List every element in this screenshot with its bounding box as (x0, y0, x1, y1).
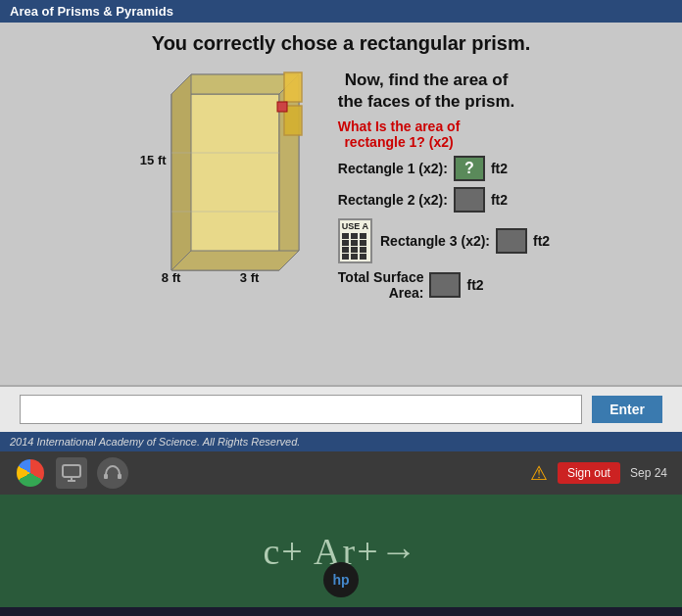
chrome-icon (17, 459, 44, 487)
total-answer (429, 272, 461, 298)
copyright-text: 2014 International Academy of Science. A… (10, 436, 300, 448)
form-rows: Rectangle 1 (x2): ? ft2 Rectangle 2 (x2)… (338, 156, 550, 301)
rect3-answer (496, 228, 527, 254)
rect3-unit: ft2 (533, 233, 550, 249)
taskbar: ⚠ Sign out Sep 24 (0, 451, 682, 495)
sign-out-button[interactable]: Sign out (558, 462, 620, 484)
total-unit: ft2 (466, 277, 483, 293)
svg-rect-15 (118, 474, 122, 479)
total-label: Total Surface (338, 269, 424, 285)
monitor-icon-button[interactable] (56, 457, 87, 489)
headphones-icon-button[interactable] (97, 457, 128, 489)
svg-marker-3 (171, 74, 191, 270)
svg-rect-10 (277, 102, 287, 112)
depth-label: 3 ft (240, 270, 260, 285)
total-row: Total Surface Area: ft2 (338, 269, 550, 301)
warning-icon: ⚠ (530, 461, 548, 485)
prism-container: 15 ft 8 ft 3 ft (132, 65, 328, 300)
sub-headline: Now, find the area of the faces of the p… (338, 70, 514, 113)
width-label: 8 ft (162, 270, 181, 285)
headline: You correctly chose a rectangular prism. (152, 32, 530, 55)
content-area: 15 ft 8 ft 3 ft Now, find the area of th… (10, 65, 672, 301)
highlight-row: What Is the area of rectangle 1? (x2) (338, 118, 460, 150)
headphones-icon (102, 462, 123, 484)
title-text: Area of Prisms & Pyramids (10, 4, 173, 19)
input-area: Enter (0, 385, 682, 432)
height-label: 15 ft (140, 153, 167, 167)
chrome-icon-button[interactable] (15, 457, 46, 489)
prism-svg (132, 65, 328, 300)
rect3-label: Rectangle 3 (x2): (380, 233, 490, 249)
svg-marker-5 (171, 251, 299, 270)
svg-rect-14 (104, 474, 108, 479)
rect3-row: Rectangle 3 (x2): ft2 (380, 228, 550, 254)
rect1-row: Rectangle 1 (x2): ? ft2 (338, 156, 550, 181)
enter-button[interactable]: Enter (592, 396, 662, 423)
rect2-unit: ft2 (491, 192, 508, 208)
taskbar-right: ⚠ Sign out Sep 24 (530, 461, 667, 485)
rect2-row: Rectangle 2 (x2): ft2 (338, 187, 508, 213)
calc-grid (342, 233, 367, 260)
rect1-label: Rectangle 1 (x2): (338, 161, 448, 176)
monitor-icon (61, 462, 82, 484)
rect2-label: Rectangle 2 (x2): (338, 192, 448, 208)
hp-logo: hp (323, 562, 359, 597)
rect2-answer (454, 187, 485, 213)
title-bar: Area of Prisms & Pyramids (0, 0, 682, 23)
use-a-label: USE A (342, 222, 368, 231)
main-content: You correctly chose a rectangular prism. (0, 23, 682, 385)
total-label2: Area: (389, 285, 424, 301)
rect1-answer: ? (454, 156, 485, 181)
svg-rect-11 (63, 465, 80, 477)
date-label: Sep 24 (630, 466, 667, 480)
answer-input[interactable] (20, 395, 582, 424)
footer-bar: 2014 International Academy of Science. A… (0, 432, 682, 451)
calculator-button[interactable]: USE A (338, 218, 372, 263)
rect1-unit: ft2 (491, 161, 508, 176)
right-panel: Now, find the area of the faces of the p… (338, 70, 550, 301)
highlight-text: What Is the area of rectangle 1? (x2) (338, 118, 460, 150)
svg-rect-8 (284, 72, 302, 102)
taskbar-left (15, 457, 128, 489)
chalkboard: c+ Ar+→ hp (0, 495, 682, 607)
